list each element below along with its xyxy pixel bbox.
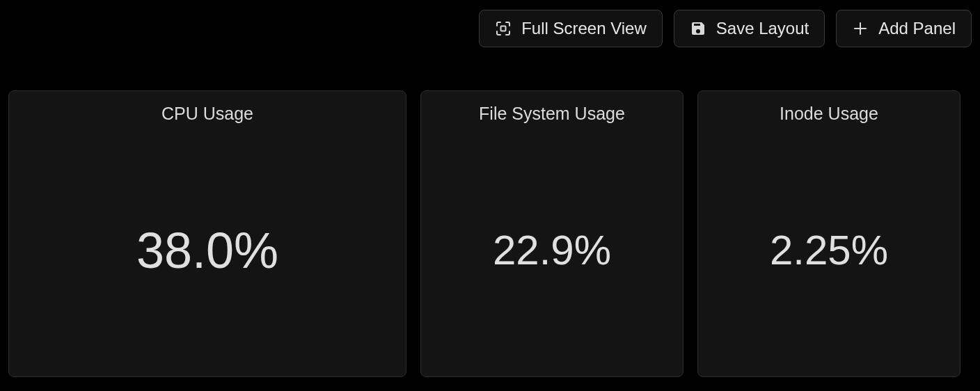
panel-body: 2.25% [698,124,960,376]
full-screen-view-label: Full Screen View [521,19,647,38]
panel-body: 22.9% [421,124,683,376]
panel-value: 38.0% [136,225,278,276]
panel-title: Inode Usage [780,91,878,124]
panel-file-system-usage[interactable]: File System Usage 22.9% [420,90,683,377]
add-panel-button[interactable]: Add Panel [836,10,972,47]
save-icon [690,20,706,37]
save-layout-label: Save Layout [716,19,809,38]
panel-value: 2.25% [770,215,888,286]
panels-container: CPU Usage 38.0% File System Usage 22.9% … [0,57,980,377]
toolbar: Full Screen View Save Layout Add Panel [0,0,980,57]
panel-body: 38.0% [9,124,406,376]
save-layout-button[interactable]: Save Layout [674,10,825,47]
svg-rect-0 [501,26,506,31]
fullscreen-icon [495,20,512,37]
panel-title: File System Usage [479,91,625,124]
panel-title: CPU Usage [161,91,253,124]
panel-cpu-usage[interactable]: CPU Usage 38.0% [8,90,406,377]
panel-inode-usage[interactable]: Inode Usage 2.25% [697,90,961,377]
add-panel-label: Add Panel [878,19,956,38]
full-screen-view-button[interactable]: Full Screen View [479,10,663,47]
plus-icon [852,20,869,37]
panel-value: 22.9% [493,215,611,286]
